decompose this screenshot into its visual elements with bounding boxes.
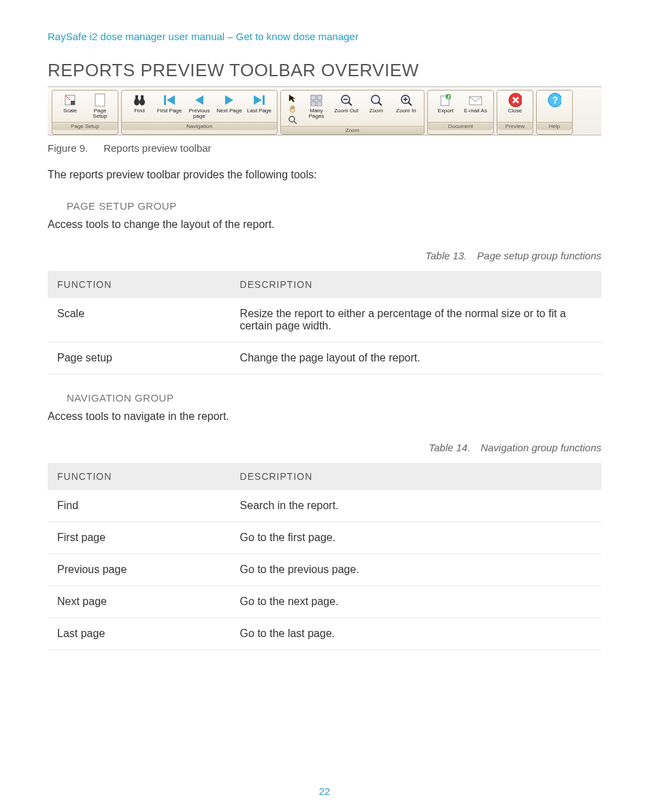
cell-description: Search in the report. bbox=[231, 490, 601, 522]
help-button[interactable]: ? bbox=[539, 92, 569, 122]
svg-marker-8 bbox=[167, 95, 175, 105]
zoom-button-label: Zoom bbox=[369, 108, 383, 120]
svg-rect-5 bbox=[135, 95, 138, 99]
navigation-heading: NAVIGATION GROUP bbox=[67, 392, 601, 404]
page-icon bbox=[93, 93, 107, 107]
cell-description: Go to the last page. bbox=[231, 618, 601, 650]
svg-line-24 bbox=[378, 102, 382, 105]
navigation-text: Access tools to navigate in the report. bbox=[48, 410, 601, 423]
next-arrow-icon bbox=[222, 93, 236, 107]
export-button[interactable]: Export bbox=[431, 92, 461, 122]
next-page-button[interactable]: Next Page bbox=[214, 92, 244, 122]
cursor-icon[interactable] bbox=[287, 93, 298, 103]
last-arrow-icon bbox=[252, 93, 266, 107]
page-setup-heading: PAGE SETUP GROUP bbox=[67, 200, 601, 212]
cell-description: Go to the next page. bbox=[231, 586, 601, 618]
group-label: Navigation bbox=[122, 122, 277, 130]
cell-description: Go to the previous page. bbox=[231, 554, 601, 586]
cell-function: Find bbox=[48, 490, 231, 522]
cell-description: Go to the first page. bbox=[231, 522, 601, 554]
many-pages-button-label: Many Pages bbox=[303, 108, 330, 120]
hand-icon[interactable] bbox=[287, 104, 298, 114]
table-row: Page setupChange the page layout of the … bbox=[48, 342, 601, 374]
table-row: Next pageGo to the next page. bbox=[48, 586, 601, 618]
toolbar-group-help: ?Help bbox=[536, 90, 573, 135]
svg-marker-10 bbox=[225, 95, 233, 105]
svg-marker-9 bbox=[195, 95, 203, 105]
next-page-button-label: Next Page bbox=[216, 108, 242, 120]
svg-rect-1 bbox=[71, 101, 75, 105]
page-setup-button-label: Page Setup bbox=[86, 108, 114, 120]
zoom-out-button-label: Zoom Out bbox=[334, 108, 359, 120]
toolbar-group-navigation: FindFirst PagePrevious pageNext PageLast… bbox=[121, 90, 278, 135]
page-setup-button[interactable]: Page Setup bbox=[85, 92, 115, 122]
intro-text: The reports preview toolbar provides the… bbox=[48, 169, 601, 181]
figure-caption-text: Reports preview toolbar bbox=[103, 142, 211, 154]
table-row: First pageGo to the first page. bbox=[48, 522, 601, 554]
email-as-button[interactable]: E-mail As bbox=[461, 92, 490, 122]
first-page-button-label: First Page bbox=[157, 108, 182, 120]
svg-rect-18 bbox=[311, 101, 316, 106]
svg-marker-11 bbox=[254, 95, 262, 105]
svg-line-15 bbox=[294, 121, 297, 124]
zoom-out-button[interactable]: Zoom Out bbox=[331, 92, 361, 126]
zoom-icon bbox=[369, 93, 383, 107]
svg-text:?: ? bbox=[552, 95, 559, 105]
group-label: Page Setup bbox=[52, 122, 118, 130]
scale-button[interactable]: Scale bbox=[55, 92, 85, 122]
toolbar-group-page-setup: ScalePage SetupPage Setup bbox=[52, 90, 118, 135]
svg-rect-2 bbox=[95, 94, 105, 106]
toolbar-group-zoom: Many PagesZoom OutZoomZoom InZoom bbox=[280, 90, 425, 135]
svg-rect-7 bbox=[164, 95, 166, 105]
magnifier-icon[interactable] bbox=[287, 115, 298, 125]
th-description: DESCRIPTION bbox=[231, 271, 601, 298]
svg-marker-13 bbox=[289, 95, 295, 102]
group-label: Help bbox=[537, 122, 572, 130]
table14-caption: Table 14. Navigation group functions bbox=[48, 442, 601, 453]
close-button[interactable]: Close bbox=[500, 92, 530, 122]
group-label: Document bbox=[428, 122, 493, 130]
zoom-button[interactable]: Zoom bbox=[361, 92, 391, 126]
close-button-label: Close bbox=[508, 108, 522, 120]
table-row: Previous pageGo to the previous page. bbox=[48, 554, 601, 586]
svg-line-28 bbox=[408, 102, 412, 105]
group-label: Preview bbox=[497, 122, 533, 130]
table-row: ScaleResize the report to either a perce… bbox=[48, 298, 601, 342]
export-icon bbox=[439, 93, 452, 107]
table-row: Last pageGo to the last page. bbox=[48, 618, 601, 650]
svg-point-4 bbox=[139, 99, 145, 105]
group-label: Zoom bbox=[281, 126, 424, 134]
scale-icon bbox=[63, 93, 77, 107]
zoom-in-button[interactable]: Zoom In bbox=[391, 92, 421, 126]
export-button-label: Export bbox=[437, 108, 453, 120]
cell-function: Previous page bbox=[48, 554, 231, 586]
navigation-table: FUNCTION DESCRIPTION FindSearch in the r… bbox=[48, 463, 601, 650]
find-button[interactable]: Find bbox=[124, 92, 154, 122]
prev-arrow-icon bbox=[193, 93, 206, 107]
th-function: FUNCTION bbox=[48, 463, 231, 490]
zoom-in-icon bbox=[399, 93, 413, 107]
first-page-button[interactable]: First Page bbox=[154, 92, 184, 122]
last-page-button[interactable]: Last Page bbox=[244, 92, 274, 122]
find-button-label: Find bbox=[134, 108, 145, 120]
previous-page-button-label: Previous page bbox=[186, 108, 213, 120]
many-pages-icon bbox=[310, 93, 323, 107]
breadcrumb: RaySafe i2 dose manager user manual – Ge… bbox=[48, 31, 601, 42]
cell-description: Change the page layout of the report. bbox=[231, 342, 601, 374]
email-as-button-label: E-mail As bbox=[464, 108, 487, 120]
email-icon bbox=[469, 93, 482, 107]
cell-function: Page setup bbox=[48, 342, 231, 374]
help-icon: ? bbox=[548, 93, 561, 107]
figure-caption: Figure 9. Reports preview toolbar bbox=[48, 142, 601, 154]
table13-caption: Table 13. Page setup group functions bbox=[48, 250, 601, 261]
reports-preview-toolbar: ScalePage SetupPage SetupFindFirst PageP… bbox=[48, 86, 601, 135]
cell-description: Resize the report to either a percentage… bbox=[231, 298, 601, 342]
previous-page-button[interactable]: Previous page bbox=[184, 92, 214, 122]
many-pages-button[interactable]: Many Pages bbox=[301, 92, 331, 126]
figure-number: Figure 9. bbox=[48, 142, 101, 154]
cell-function: Scale bbox=[48, 298, 231, 342]
scale-button-label: Scale bbox=[63, 108, 77, 120]
zoom-tool-stack bbox=[284, 92, 301, 126]
page-setup-table: FUNCTION DESCRIPTION ScaleResize the rep… bbox=[48, 271, 601, 374]
page-setup-text: Access tools to change the layout of the… bbox=[48, 218, 601, 231]
